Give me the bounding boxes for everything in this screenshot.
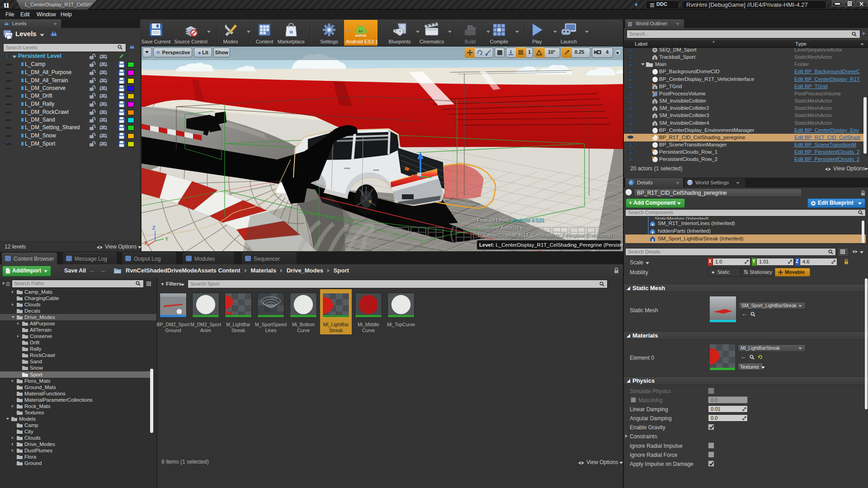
svg-text:Feature Level:: Feature Level:: [477, 217, 510, 223]
svg-text:3.1: 3.1: [359, 30, 363, 33]
svg-text:X: X: [144, 240, 148, 246]
svg-text:+: +: [652, 94, 654, 97]
svg-text:Z: Z: [152, 225, 156, 230]
svg-text:android: android: [355, 34, 366, 37]
svg-text:u: u: [289, 28, 292, 35]
svg-text:L_CenterDisplay_R1T_CelShading: L_CenterDisplay_R1T_CelShading_Peregrine…: [478, 232, 612, 238]
svg-text:Android ES31: Android ES31: [512, 217, 544, 223]
svg-text:Y: Y: [165, 236, 169, 242]
svg-text:Selected Actor(s) in:: Selected Actor(s) in:: [479, 225, 526, 230]
svg-text:Level: L_CenterDisplay_R1T_Ce: Level: L_CenterDisplay_R1T_CelShading_Pe…: [479, 242, 623, 248]
